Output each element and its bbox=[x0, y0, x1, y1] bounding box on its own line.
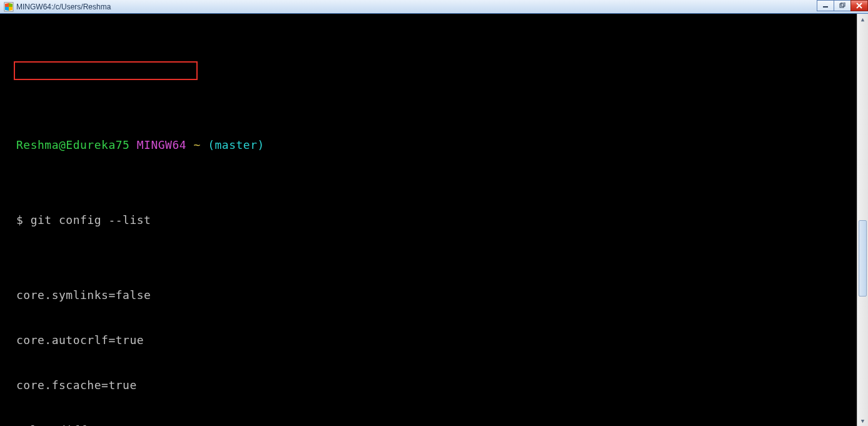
vertical-scrollbar[interactable]: ▲ ▼ bbox=[857, 14, 868, 426]
minimize-button[interactable] bbox=[817, 0, 834, 11]
terminal-area[interactable]: Reshma@Edureka75 MINGW64 ~ (master) $ gi… bbox=[0, 14, 868, 426]
scrollbar-thumb[interactable] bbox=[859, 220, 867, 297]
prompt-env: MINGW64 bbox=[137, 138, 186, 151]
maximize-button[interactable] bbox=[834, 0, 851, 11]
prompt-branch: (master) bbox=[208, 138, 265, 151]
scroll-down-arrow-icon[interactable]: ▼ bbox=[857, 415, 868, 426]
output-line: core.fscache=true bbox=[0, 378, 868, 393]
prompt-dollar: $ bbox=[16, 213, 31, 226]
output-line: core.autocrlf=true bbox=[0, 333, 868, 348]
svg-rect-3 bbox=[841, 3, 845, 6]
scroll-up-arrow-icon[interactable]: ▲ bbox=[857, 14, 868, 24]
command-line-1: $ git config --list bbox=[0, 213, 868, 228]
prompt-line-1: Reshma@Edureka75 MINGW64 ~ (master) bbox=[0, 138, 868, 153]
svg-rect-2 bbox=[840, 4, 844, 8]
prompt-userhost: Reshma@Edureka75 bbox=[16, 138, 129, 151]
entered-command: git config --list bbox=[31, 213, 151, 226]
output-line: color.diff=auto bbox=[0, 423, 868, 426]
window-titlebar: MINGW64:/c/Users/Reshma bbox=[0, 0, 868, 14]
app-icon bbox=[4, 2, 14, 12]
prompt-cwd: ~ bbox=[193, 138, 200, 151]
close-button[interactable] bbox=[850, 0, 868, 11]
output-line: core.symlinks=false bbox=[0, 288, 868, 303]
window-title: MINGW64:/c/Users/Reshma bbox=[16, 3, 111, 11]
